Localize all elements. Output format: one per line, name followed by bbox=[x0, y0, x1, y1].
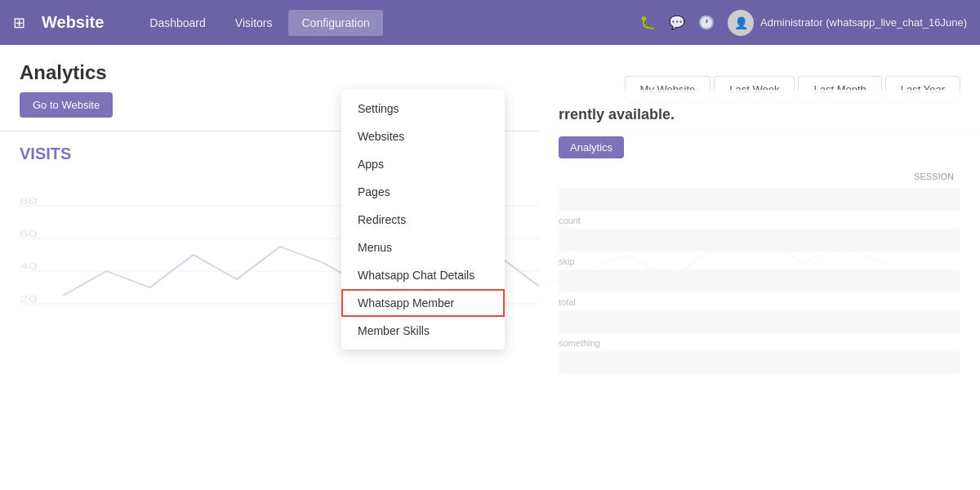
username-label: Administrator (whatsapp_live_chat_16June… bbox=[760, 16, 967, 29]
right-panel: rrently available. Analytics SESSION cou… bbox=[539, 90, 980, 490]
goto-website-button[interactable]: Go to Website bbox=[20, 92, 113, 118]
data-row-3 bbox=[559, 270, 960, 292]
bug-icon[interactable]: 🐛 bbox=[639, 15, 656, 30]
unavailable-text: rrently available. bbox=[559, 106, 960, 123]
dropdown-member-skills[interactable]: Member Skills bbox=[341, 317, 505, 345]
data-row-5 bbox=[559, 351, 960, 374]
user-menu[interactable]: 👤 Administrator (whatsapp_live_chat_16Ju… bbox=[728, 10, 967, 36]
data-row-1 bbox=[559, 188, 960, 211]
nav-visitors[interactable]: Visitors bbox=[222, 10, 286, 36]
dropdown-whatsapp-member[interactable]: Whatsapp Member bbox=[341, 289, 505, 317]
data-row-label-1: count bbox=[559, 216, 960, 225]
data-row-label-4: something bbox=[559, 338, 960, 348]
data-row-4 bbox=[559, 310, 960, 333]
svg-text:20: 20 bbox=[20, 294, 38, 304]
data-row-2 bbox=[559, 229, 960, 252]
grid-icon[interactable]: ⊞ bbox=[13, 14, 25, 32]
nav-dashboard[interactable]: Dashboard bbox=[136, 10, 219, 36]
chat-icon[interactable]: 💬 bbox=[669, 15, 685, 30]
brand-title: Website bbox=[42, 13, 104, 32]
nav-configuration[interactable]: Configuration bbox=[288, 10, 382, 36]
page-content: Analytics Go to Website My Website Last … bbox=[0, 45, 980, 490]
dropdown-whatsapp-chat-details[interactable]: Whatsapp Chat Details bbox=[341, 261, 505, 289]
dropdown-redirects[interactable]: Redirects bbox=[341, 206, 505, 234]
data-row-label-2: skip bbox=[559, 256, 960, 266]
svg-text:80: 80 bbox=[20, 196, 38, 206]
analytics-badge[interactable]: Analytics bbox=[559, 136, 624, 158]
avatar: 👤 bbox=[728, 10, 754, 36]
analytics-left: Analytics Go to Website bbox=[20, 61, 113, 118]
dropdown-settings[interactable]: Settings bbox=[341, 95, 505, 122]
session-label: SESSION bbox=[559, 172, 960, 181]
data-row-label-3: total bbox=[559, 297, 960, 307]
nav-links: Dashboard Visitors Configuration bbox=[136, 10, 623, 36]
analytics-title: Analytics bbox=[20, 61, 113, 84]
clock-icon[interactable]: 🕐 bbox=[698, 15, 715, 30]
svg-text:60: 60 bbox=[20, 229, 38, 238]
svg-text:40: 40 bbox=[20, 261, 38, 271]
dropdown-menus[interactable]: Menus bbox=[341, 234, 505, 261]
configuration-dropdown: Settings Websites Apps Pages Redirects M… bbox=[341, 90, 505, 350]
topnav-icon-group: 🐛 💬 🕐 👤 Administrator (whatsapp_live_cha… bbox=[639, 10, 967, 36]
top-navigation: ⊞ Website Dashboard Visitors Configurati… bbox=[0, 0, 980, 45]
dropdown-apps[interactable]: Apps bbox=[341, 150, 505, 178]
dropdown-websites[interactable]: Websites bbox=[341, 122, 505, 150]
dropdown-pages[interactable]: Pages bbox=[341, 178, 505, 206]
